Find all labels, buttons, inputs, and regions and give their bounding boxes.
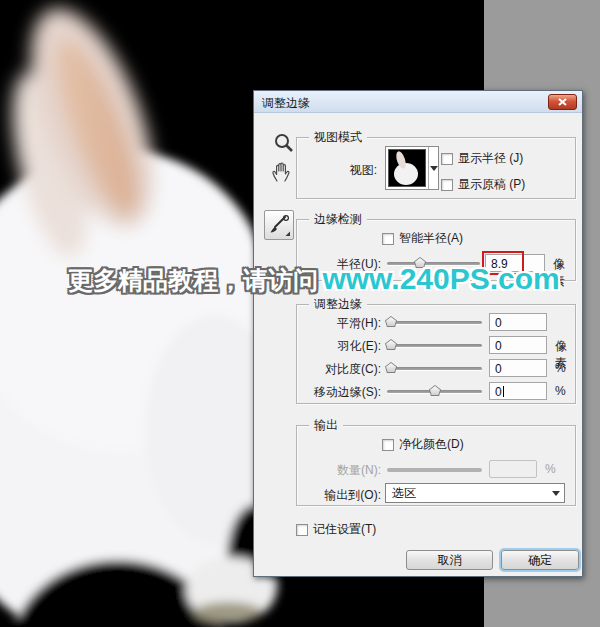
feather-label: 羽化(E):	[297, 338, 381, 355]
radius-input[interactable]: 8.9	[485, 254, 545, 272]
cancel-button-label: 取消	[438, 552, 462, 569]
chevron-down-icon	[552, 491, 560, 496]
shift-edge-slider[interactable]	[387, 390, 482, 393]
feather-value: 0	[495, 339, 502, 353]
show-original-checkbox[interactable]	[441, 179, 453, 191]
show-radius-checkbox[interactable]	[441, 153, 453, 165]
smart-radius-row: 智能半径(A)	[382, 230, 463, 247]
feather-input[interactable]: 0	[489, 336, 547, 354]
feather-slider[interactable]	[387, 344, 482, 347]
cancel-button[interactable]: 取消	[406, 550, 493, 570]
dialog-titlebar[interactable]: 调整边缘	[254, 91, 582, 113]
smart-radius-label: 智能半径(A)	[399, 230, 463, 247]
contrast-row: 对比度(C): 0 %	[297, 359, 575, 377]
decontaminate-row: 净化颜色(D)	[382, 436, 464, 453]
output-group-label: 输出	[309, 418, 343, 433]
edge-detection-group-label: 边缘检测	[309, 212, 367, 227]
ok-button[interactable]: 确定	[501, 550, 579, 570]
adjust-edge-group: 调整边缘 平滑(H): 0 羽化(E): 0 像素 对比度(C):	[296, 304, 576, 404]
edge-detection-group: 边缘检测 智能半径(A) 半径(U): 8.9 像素	[296, 219, 576, 281]
radius-slider-thumb[interactable]	[414, 257, 426, 268]
output-to-select[interactable]: 选区	[385, 483, 565, 503]
show-original-row: 显示原稿 (P)	[441, 176, 525, 193]
smooth-input[interactable]: 0	[489, 313, 547, 331]
decontaminate-checkbox[interactable]	[382, 439, 394, 451]
smooth-slider-thumb[interactable]	[385, 316, 397, 327]
smart-radius-checkbox[interactable]	[382, 233, 394, 245]
shift-edge-label: 移动边缘(S):	[297, 384, 381, 401]
show-radius-row: 显示半径 (J)	[441, 150, 523, 167]
adjust-edge-group-label: 调整边缘	[309, 297, 367, 312]
dialog-title: 调整边缘	[262, 95, 310, 112]
remember-settings-checkbox[interactable]	[296, 524, 308, 536]
remember-settings-label: 记住设置(T)	[313, 521, 376, 538]
amount-slider	[387, 468, 482, 472]
close-button[interactable]	[548, 94, 577, 110]
radius-label: 半径(U):	[297, 256, 381, 273]
brush-icon	[265, 211, 293, 239]
smooth-row: 平滑(H): 0	[297, 313, 575, 331]
output-to-value: 选区	[386, 485, 548, 502]
shift-edge-row: 移动边缘(S): 0 %	[297, 382, 575, 400]
smooth-label: 平滑(H):	[297, 315, 381, 332]
contrast-unit: %	[555, 361, 566, 375]
contrast-value: 0	[495, 362, 502, 376]
contrast-slider[interactable]	[387, 367, 482, 370]
screenshot-stage: 调整边缘	[0, 0, 600, 627]
show-original-label: 显示原稿 (P)	[458, 176, 525, 193]
radius-value: 8.9	[491, 257, 508, 271]
zoom-tool-icon[interactable]	[273, 132, 295, 154]
amount-row: 数量(N): %	[297, 460, 575, 478]
view-mode-group: 视图模式 视图: 显示半径 (J) 显示原稿 (P)	[296, 137, 576, 199]
radius-unit: 像素	[553, 256, 575, 290]
view-mode-group-label: 视图模式	[309, 130, 367, 145]
remember-settings-row: 记住设置(T)	[296, 521, 376, 538]
output-to-row: 输出到(O): 选区	[297, 485, 575, 503]
smooth-slider[interactable]	[387, 321, 482, 324]
contrast-slider-thumb[interactable]	[385, 362, 397, 373]
amount-unit: %	[545, 462, 556, 476]
feather-row: 羽化(E): 0 像素	[297, 336, 575, 354]
shift-edge-unit: %	[555, 384, 566, 398]
text-caret	[503, 386, 504, 397]
view-thumbnail-image	[388, 149, 426, 187]
refine-radius-tool-button[interactable]	[264, 210, 294, 240]
contrast-input[interactable]: 0	[489, 359, 547, 377]
chevron-down-icon	[430, 166, 438, 171]
view-label: 视图:	[321, 162, 377, 179]
shift-edge-slider-thumb[interactable]	[429, 385, 441, 396]
shift-edge-value: 0	[495, 385, 502, 399]
amount-label: 数量(N):	[297, 462, 381, 479]
refine-edge-dialog: 调整边缘	[253, 90, 583, 577]
close-icon	[558, 98, 567, 106]
smooth-value: 0	[495, 316, 502, 330]
radius-row: 半径(U): 8.9 像素	[297, 254, 575, 272]
radius-slider[interactable]	[387, 262, 480, 265]
output-group: 输出 净化颜色(D) 数量(N): % 输出到(O): 选区	[296, 425, 576, 506]
amount-input	[489, 460, 537, 478]
shift-edge-input[interactable]: 0	[489, 382, 547, 400]
show-radius-label: 显示半径 (J)	[458, 150, 523, 167]
hand-tool-icon[interactable]	[270, 160, 294, 184]
decontaminate-label: 净化颜色(D)	[399, 436, 464, 453]
view-thumbnail-dropdown[interactable]	[385, 146, 439, 190]
select-arrow	[548, 491, 564, 496]
ok-button-label: 确定	[528, 552, 552, 569]
contrast-label: 对比度(C):	[297, 361, 381, 378]
feather-slider-thumb[interactable]	[385, 339, 397, 350]
output-to-label: 输出到(O):	[297, 487, 381, 504]
view-thumbnail-arrow[interactable]	[428, 147, 438, 189]
